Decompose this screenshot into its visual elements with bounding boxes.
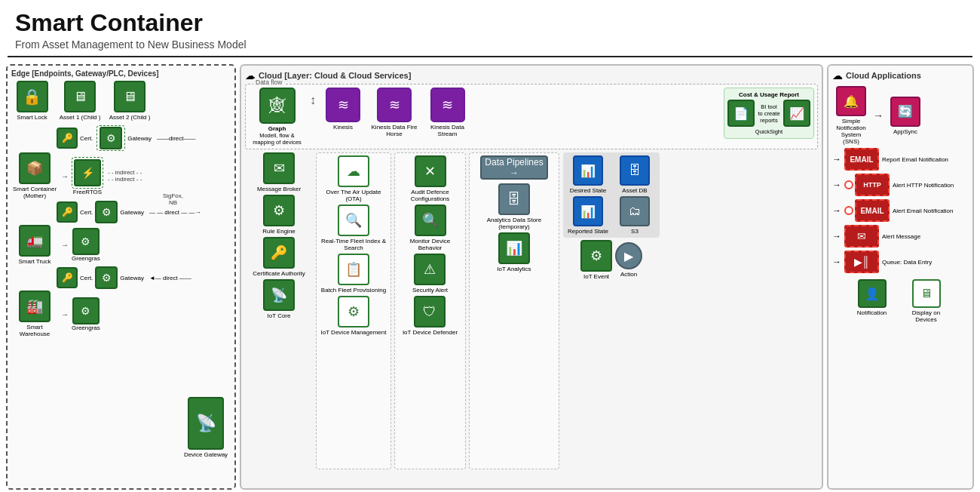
analytics-store-node: 🗄 Analytics Data Store (temporary)	[472, 183, 556, 230]
iot-defender-node: 🛡 IoT Device Defender	[403, 296, 458, 336]
security-alert-icon: ⚠	[414, 254, 446, 285]
iot-event-node: ⚙ IoT Event	[580, 240, 612, 280]
iot-core-column: ✉ Message Broker ⚙ Rule Engine 🔑 Certifi…	[245, 152, 313, 469]
edge-top-row: 🔒 Smart Lock 🖥 Asset 1 (Child ) 🖥 Asset …	[11, 81, 231, 121]
alert-email-label: Alert Email Notification	[893, 208, 953, 214]
message-broker-node: ✉ Message Broker	[257, 152, 301, 192]
gateway1-icon: ⚙	[100, 127, 122, 149]
cost-quicksight-group: Cost & Usage Report 📄 BI toolto createre…	[724, 88, 814, 139]
kinesis-stream-node: ≋ Kinesis Data Stream	[423, 88, 472, 137]
graph-node: 🕸 Graph Modell, flow & mapping of device…	[249, 88, 305, 146]
iot-event-icon: ⚙	[580, 240, 612, 272]
iot-device-mgmt-node: ⚙ IoT Device Management	[320, 296, 386, 336]
reported-state-node: 📊 Reported State	[566, 196, 610, 235]
data-pipelines-node: Data Pipelines →	[473, 155, 556, 181]
monitor-node: 🔍 Monitor Device Behavior	[397, 204, 463, 251]
fleet-index-icon: 🔍	[338, 204, 369, 236]
kinesis-node: ≋ Kinesis	[320, 88, 366, 131]
sns-icon: 🔔	[836, 86, 866, 116]
alert-http-row: → HTTP Alert HTTP Notification	[832, 174, 969, 196]
page-subtitle: From Asset Management to New Business Mo…	[15, 38, 965, 51]
dataflow-label: Data flow	[253, 78, 284, 86]
smart-truck-row: 🚛 Smart Truck → ⚙ Greengras	[11, 225, 231, 265]
alert-message-icon: ✉	[844, 225, 879, 248]
smart-lock-node: 🔒 Smart Lock	[11, 81, 53, 121]
rule-engine-icon: ⚙	[263, 195, 295, 226]
cloud-apps-panel-header: ☁ Cloud Applications	[832, 69, 969, 81]
greengras2-node: ⚙ Greengras	[72, 297, 100, 331]
alert-http-label: Alert HTTP Notification	[893, 182, 954, 189]
edge-panel: Edge [Endpoints, Gateway/PLC, Devices] 🔒…	[6, 64, 236, 490]
email-icon2: EMAIL	[855, 199, 890, 222]
cert3-icon: 🔑	[57, 267, 78, 288]
smart-container-row: 📦 Smart Container (Mother) → ⚡ FreeRTOS …	[11, 152, 231, 199]
alert-email-row: → EMAIL Alert Email Notification	[832, 199, 969, 222]
queue-label: Queue: Data Entry	[882, 259, 932, 266]
message-broker-icon: ✉	[263, 152, 295, 184]
smart-truck-icon: 🚛	[19, 225, 51, 257]
http-circle-icon	[844, 180, 853, 189]
freertos-node: ⚡ FreeRTOS	[72, 157, 103, 195]
cert-gateway-row3: 🔑 Cert. ⚙ Gateway ◄— direct ——	[57, 266, 231, 289]
iot-core-icon: 📡	[263, 279, 295, 311]
desired-state-icon: 📊	[573, 155, 603, 186]
analytics-store-icon: 🗄	[498, 183, 530, 215]
asset2-icon: 🖥	[114, 81, 145, 112]
action-node: ▶ Action	[615, 242, 642, 278]
email-icon1: EMAIL	[844, 148, 879, 171]
page-title: Smart Container	[15, 9, 965, 37]
iot-core-node: 📡 IoT Core	[263, 279, 295, 319]
iot-defender-icon: 🛡	[414, 296, 446, 327]
quicksight-icon: 📈	[783, 100, 810, 127]
report-email-row: → EMAIL Report Email Notification	[832, 148, 969, 171]
fleet-column: ☁ Over The Air Update (OTA) 🔍 Real-Time …	[316, 152, 391, 469]
notification-node: 👤 Notification	[850, 279, 895, 316]
cloud-panel-header: ☁ Cloud [Layer: Cloud & Cloud Services]	[245, 69, 818, 81]
smart-container-node: 📦 Smart Container (Mother)	[11, 152, 58, 199]
cloud-apps-panel: ☁ Cloud Applications 🔔 Simple Notificati…	[827, 64, 974, 490]
notification-display-row: 👤 Notification 🖥 Display on Devices	[832, 279, 969, 323]
cert-authority-icon: 🔑	[263, 237, 295, 269]
fleet-index-node: 🔍 Real-Time Fleet Index & Search	[319, 204, 388, 251]
edge-panel-label: Edge [Endpoints, Gateway/PLC, Devices]	[11, 69, 231, 78]
cert-authority-node: 🔑 Certificate Authority	[253, 237, 305, 277]
iot-device-mgmt-icon: ⚙	[338, 296, 369, 327]
cert2-icon: 🔑	[57, 201, 78, 223]
greengras1-node: ⚙ Greengras	[72, 228, 100, 262]
smart-warehouse-node: 🏭 Smart Warehouse	[11, 291, 58, 337]
cloud-services-grid: ✉ Message Broker ⚙ Rule Engine 🔑 Certifi…	[245, 152, 818, 469]
audit-node: ✕ Audit Defence Configurations	[397, 155, 463, 202]
ota-node: ☁ Over The Air Update (OTA)	[319, 155, 388, 202]
alert-message-row: → ✉ Alert Message	[832, 225, 969, 248]
smart-container-icon: 📦	[19, 152, 51, 184]
freertos-dashed: ⚡	[72, 157, 103, 189]
display-devices-icon: 🖥	[912, 279, 941, 308]
page-header: Smart Container From Asset Management to…	[0, 0, 980, 57]
smart-lock-icon: 🔒	[17, 81, 48, 112]
gateway1-dashed: ⚙	[96, 125, 125, 151]
action-icon: ▶	[615, 242, 642, 269]
data-pipelines-icon: Data Pipelines →	[480, 155, 548, 180]
dataflow-region: Data flow 🕸 Graph Modell, flow & mapping…	[245, 84, 818, 149]
report-email-label: Report Email Notification	[882, 156, 948, 163]
email-circle-icon	[844, 206, 853, 215]
asset-db-icon: 🗄	[620, 155, 650, 186]
queue-icon: ▶║	[844, 251, 879, 273]
s3-node: 🗂 S3	[613, 196, 657, 235]
kinesis-stream-icon: ≋	[430, 88, 465, 122]
http-icon: HTTP	[855, 174, 890, 196]
cloud-apps-title: Cloud Applications	[846, 71, 921, 80]
asset1-node: 🖥 Asset 1 (Child )	[57, 81, 103, 121]
iot-analytics-icon: 📊	[498, 232, 530, 264]
device-gateway-node: 📡 Device Gateway	[183, 397, 228, 458]
alert-message-label: Alert Message	[882, 233, 920, 240]
state-column: 📊 Desired State 🗄 Asset DB 📊 Reported St…	[562, 152, 660, 469]
s3-icon: 🗂	[620, 196, 650, 226]
kinesis-firehose-icon: ≋	[377, 88, 412, 122]
main-content: Edge [Endpoints, Gateway/PLC, Devices] 🔒…	[0, 61, 980, 492]
kinesis-firehose-node: ≋ Kinesis Data Fire Horse	[369, 88, 420, 137]
appsync-sns-row: 🔔 Simple Notification System (SNS) → 🔄 A…	[832, 86, 969, 145]
batch-fleet-icon: 📋	[338, 254, 369, 285]
device-gateway-icon: 📡	[188, 397, 224, 450]
iot-analytics-node: 📊 IoT Analytics	[497, 232, 531, 272]
